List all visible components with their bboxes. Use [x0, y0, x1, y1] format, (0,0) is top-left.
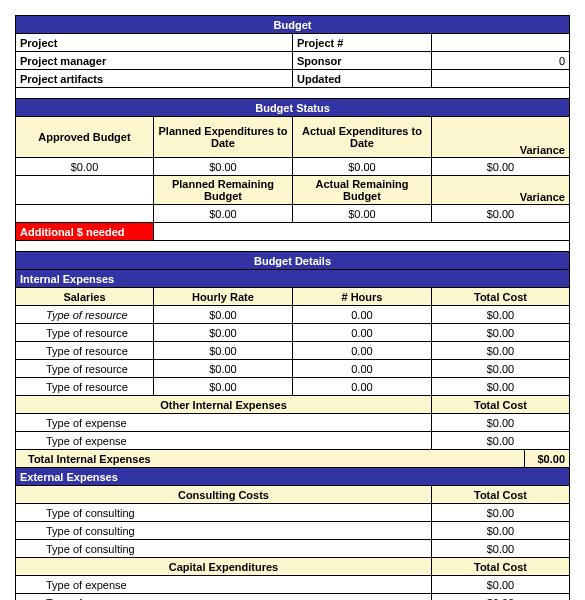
resource-name[interactable]: Type of resource	[16, 378, 154, 396]
cost[interactable]: $0.00	[431, 504, 569, 522]
updated-value[interactable]	[431, 70, 569, 88]
consulting-name[interactable]: Type of consulting	[16, 504, 432, 522]
variance2-value[interactable]: $0.00	[431, 205, 569, 223]
expense-name[interactable]: Type of expense	[16, 594, 432, 601]
spacer	[16, 88, 570, 99]
resource-name[interactable]: Type of resource	[16, 324, 154, 342]
internal-label: Internal Expenses	[16, 270, 570, 288]
cost[interactable]: $0.00	[431, 540, 569, 558]
rate[interactable]: $0.00	[153, 324, 292, 342]
project-num-label: Project #	[292, 34, 431, 52]
status-title: Budget Status	[16, 99, 570, 117]
planned-rem-label: Planned Remaining Budget	[153, 176, 292, 205]
project-label: Project	[16, 34, 293, 52]
consulting-row: Type of consulting $0.00	[16, 540, 570, 558]
hours-label: # Hours	[292, 288, 431, 306]
variance2-label: Variance	[431, 176, 569, 205]
capital-row: Type of expense $0.00	[16, 576, 570, 594]
total-cost-label: Total Cost	[431, 288, 569, 306]
budget-title: Budget	[16, 16, 570, 34]
capital-label: Capital Expenditures	[16, 558, 432, 576]
rate[interactable]: $0.00	[153, 306, 292, 324]
spacer	[16, 241, 570, 252]
cost[interactable]: $0.00	[431, 576, 569, 594]
artifacts-label: Project artifacts	[16, 70, 293, 88]
other-row: Type of expense $0.00	[16, 432, 570, 450]
empty	[16, 205, 154, 223]
salaries-label: Salaries	[16, 288, 154, 306]
rate[interactable]: $0.00	[153, 342, 292, 360]
expense-name[interactable]: Type of expense	[16, 432, 432, 450]
total-cost-label: Total Cost	[431, 558, 569, 576]
budget-table: Budget Project Project # Project manager…	[15, 15, 570, 600]
hours[interactable]: 0.00	[292, 360, 431, 378]
total-cost-label: Total Cost	[431, 396, 569, 414]
pm-label: Project manager	[16, 52, 293, 70]
actual-rem-label: Actual Remaining Budget	[292, 176, 431, 205]
salary-row: Type of resource $0.00 0.00 $0.00	[16, 306, 570, 324]
salary-row: Type of resource $0.00 0.00 $0.00	[16, 378, 570, 396]
updated-label: Updated	[292, 70, 431, 88]
resource-name[interactable]: Type of resource	[16, 360, 154, 378]
additional-label: Additional $ needed	[16, 223, 154, 241]
consulting-name[interactable]: Type of consulting	[16, 540, 432, 558]
sponsor-label: Sponsor	[292, 52, 431, 70]
hours[interactable]: 0.00	[292, 324, 431, 342]
details-title: Budget Details	[16, 252, 570, 270]
cost[interactable]: $0.00	[431, 378, 569, 396]
resource-name[interactable]: Type of resource	[16, 342, 154, 360]
resource-name[interactable]: Type of resource	[16, 306, 154, 324]
hours[interactable]: 0.00	[292, 306, 431, 324]
cost[interactable]: $0.00	[431, 306, 569, 324]
actual-exp-value[interactable]: $0.00	[292, 158, 431, 176]
other-row: Type of expense $0.00	[16, 414, 570, 432]
cost[interactable]: $0.00	[431, 594, 569, 601]
actual-rem-value[interactable]: $0.00	[292, 205, 431, 223]
hourly-label: Hourly Rate	[153, 288, 292, 306]
project-num-value[interactable]	[431, 34, 569, 52]
empty	[16, 176, 154, 205]
cost[interactable]: $0.00	[431, 414, 569, 432]
total-internal-value: $0.00	[524, 450, 569, 468]
external-label: External Expenses	[16, 468, 570, 486]
cost[interactable]: $0.00	[431, 360, 569, 378]
salary-row: Type of resource $0.00 0.00 $0.00	[16, 342, 570, 360]
rate[interactable]: $0.00	[153, 378, 292, 396]
other-internal-label: Other Internal Expenses	[16, 396, 432, 414]
salary-row: Type of resource $0.00 0.00 $0.00	[16, 324, 570, 342]
rate[interactable]: $0.00	[153, 360, 292, 378]
expense-name[interactable]: Type of expense	[16, 576, 432, 594]
total-cost-label: Total Cost	[431, 486, 569, 504]
cost[interactable]: $0.00	[431, 324, 569, 342]
cost[interactable]: $0.00	[431, 522, 569, 540]
hours[interactable]: 0.00	[292, 378, 431, 396]
planned-rem-value[interactable]: $0.00	[153, 205, 292, 223]
total-internal-label: Total Internal Expenses	[16, 450, 525, 468]
actual-exp-label: Actual Expenditures to Date	[292, 117, 431, 158]
hours[interactable]: 0.00	[292, 342, 431, 360]
consulting-name[interactable]: Type of consulting	[16, 522, 432, 540]
variance-value[interactable]: $0.00	[431, 158, 569, 176]
consulting-row: Type of consulting $0.00	[16, 504, 570, 522]
approved-label: Approved Budget	[16, 117, 154, 158]
expense-name[interactable]: Type of expense	[16, 414, 432, 432]
additional-value[interactable]	[153, 223, 569, 241]
consulting-label: Consulting Costs	[16, 486, 432, 504]
approved-value[interactable]: $0.00	[16, 158, 154, 176]
sponsor-value[interactable]: 0	[431, 52, 569, 70]
consulting-row: Type of consulting $0.00	[16, 522, 570, 540]
capital-row: Type of expense $0.00	[16, 594, 570, 601]
variance-label: Variance	[431, 117, 569, 158]
salary-row: Type of resource $0.00 0.00 $0.00	[16, 360, 570, 378]
cost[interactable]: $0.00	[431, 342, 569, 360]
planned-exp-label: Planned Expenditures to Date	[153, 117, 292, 158]
cost[interactable]: $0.00	[431, 432, 569, 450]
planned-exp-value[interactable]: $0.00	[153, 158, 292, 176]
